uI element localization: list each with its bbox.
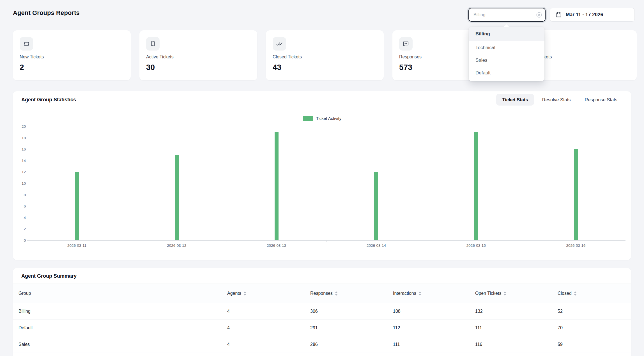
dropdown-item-default[interactable]: Default <box>469 67 544 79</box>
summary-panel-header: Agent Group Summary <box>13 268 631 284</box>
cell-group: Default <box>19 325 33 330</box>
page-title: Agent Groups Reports <box>13 9 80 17</box>
stat-card-value: 573 <box>399 63 412 72</box>
calendar-icon <box>555 11 562 18</box>
legend-swatch <box>303 116 313 121</box>
cell-responses: 291 <box>310 325 318 330</box>
column-header-open-tickets[interactable]: Open Tickets <box>475 291 506 296</box>
stat-card-label: Responses <box>399 54 422 60</box>
ticket-icon <box>20 37 33 51</box>
statistics-panel-header: Agent Group Statistics Ticket Stats Reso… <box>13 91 631 108</box>
cell-group: Sales <box>19 342 30 347</box>
bar-2026-03-11 <box>75 172 79 240</box>
tab-ticket-stats[interactable]: Ticket Stats <box>496 94 534 106</box>
stat-card-value: 2 <box>20 63 24 72</box>
table-row-billing: Billing 4 306 108 132 52 <box>13 303 631 320</box>
bar-2026-03-13 <box>275 132 279 240</box>
x-axis-tick <box>227 240 227 242</box>
cell-closed: 52 <box>558 309 563 314</box>
chat-dots-icon <box>399 37 413 51</box>
x-axis-tick <box>426 240 426 242</box>
table-row-sales: Sales 4 286 111 116 59 <box>13 336 631 353</box>
cell-agents: 4 <box>227 309 230 314</box>
stat-card-active-tickets: Active Tickets 30 <box>139 30 257 80</box>
y-axis-label: 2 <box>14 227 26 232</box>
bar-2026-03-12 <box>175 155 179 241</box>
x-axis-label: 2026-03-15 <box>466 243 486 248</box>
sort-icon[interactable] <box>243 291 246 296</box>
bar-chart: 201816141210864202026-03-112026-03-12202… <box>27 127 625 241</box>
ticket-vertical-icon <box>146 37 160 51</box>
x-axis-tick <box>127 240 127 242</box>
column-header-group: Group <box>19 291 31 296</box>
column-header-responses[interactable]: Responses <box>310 291 338 296</box>
stat-card-label: Closed Tickets <box>273 54 302 60</box>
sort-icon[interactable] <box>335 291 338 296</box>
y-axis-label: 10 <box>14 181 26 186</box>
cell-responses: 306 <box>310 309 318 314</box>
x-axis-label: 2026-03-11 <box>67 243 86 248</box>
agent-group-statistics-panel: Agent Group Statistics Ticket Stats Reso… <box>13 91 631 260</box>
y-axis-label: 8 <box>14 193 26 198</box>
stat-card-label: Active Tickets <box>146 54 174 60</box>
table-row-default: Default 4 291 112 111 70 <box>13 320 631 336</box>
summary-table-header: Group Agents Responses Interactions Open… <box>13 284 631 303</box>
y-axis-label: 18 <box>14 136 26 141</box>
dropdown-item-sales[interactable]: Sales <box>469 54 544 67</box>
y-axis-label: 16 <box>14 147 26 152</box>
tab-resolve-stats[interactable]: Resolve Stats <box>536 94 577 106</box>
stat-card-closed-tickets: Closed Tickets 43 <box>266 30 384 80</box>
y-axis-label: 12 <box>14 170 26 175</box>
y-axis-label: 0 <box>14 238 26 243</box>
dropdown-item-technical[interactable]: Technical <box>469 41 544 54</box>
y-axis-label: 20 <box>14 124 26 129</box>
cell-agents: 4 <box>227 342 230 347</box>
cell-open-tickets: 116 <box>475 342 482 347</box>
cell-open-tickets: 132 <box>475 309 483 314</box>
y-axis-label: 6 <box>14 204 26 209</box>
column-header-closed[interactable]: Closed <box>558 291 577 296</box>
x-axis-tick <box>27 240 27 242</box>
cell-closed: 59 <box>558 342 563 347</box>
date-range-picker[interactable]: Mar 11 - 17 2026 <box>550 8 635 22</box>
sort-icon[interactable] <box>574 291 577 296</box>
stat-card-value: 43 <box>273 63 281 72</box>
bar-2026-03-14 <box>374 172 378 240</box>
dropdown-item-billing[interactable]: Billing <box>469 27 544 41</box>
cell-closed: 70 <box>558 325 563 330</box>
x-axis-label: 2026-03-16 <box>566 243 586 248</box>
group-filter <box>468 8 546 22</box>
cell-open-tickets: 111 <box>475 325 482 330</box>
stat-card-value: 30 <box>146 63 155 72</box>
x-axis-tick <box>526 240 526 242</box>
x-axis-label: 2026-03-13 <box>267 243 286 248</box>
cell-agents: 4 <box>227 325 230 330</box>
bar-2026-03-15 <box>474 132 478 240</box>
cell-group: Billing <box>19 309 31 314</box>
column-header-interactions[interactable]: Interactions <box>393 291 421 296</box>
y-axis-label: 4 <box>14 215 26 220</box>
x-axis-tick <box>626 240 626 242</box>
cell-interactions: 108 <box>393 309 401 314</box>
group-filter-input[interactable] <box>468 8 546 22</box>
cell-interactions: 112 <box>393 325 400 330</box>
stat-card-label: New Tickets <box>20 54 44 60</box>
x-axis-tick <box>326 240 327 242</box>
sort-icon[interactable] <box>503 291 506 296</box>
stat-card-new-tickets: New Tickets 2 <box>13 30 131 80</box>
sort-icon[interactable] <box>418 291 421 296</box>
cell-interactions: 111 <box>393 342 400 347</box>
clear-filter-icon[interactable] <box>536 12 542 18</box>
y-axis-label: 14 <box>14 158 26 163</box>
statistics-title: Agent Group Statistics <box>21 97 76 102</box>
group-filter-dropdown: Billing Technical Sales Default <box>469 27 544 81</box>
legend-label: Ticket Activity <box>316 116 341 121</box>
x-axis-label: 2026-03-14 <box>367 243 386 248</box>
bar-2026-03-16 <box>574 149 578 240</box>
stats-tabs: Ticket Stats Resolve Stats Response Stat… <box>496 94 623 106</box>
summary-title: Agent Group Summary <box>21 273 77 279</box>
x-axis-label: 2026-03-12 <box>167 243 186 248</box>
tab-response-stats[interactable]: Response Stats <box>579 94 623 106</box>
agent-group-summary-panel: Agent Group Summary Group Agents Respons… <box>13 268 631 356</box>
column-header-agents[interactable]: Agents <box>227 291 246 296</box>
